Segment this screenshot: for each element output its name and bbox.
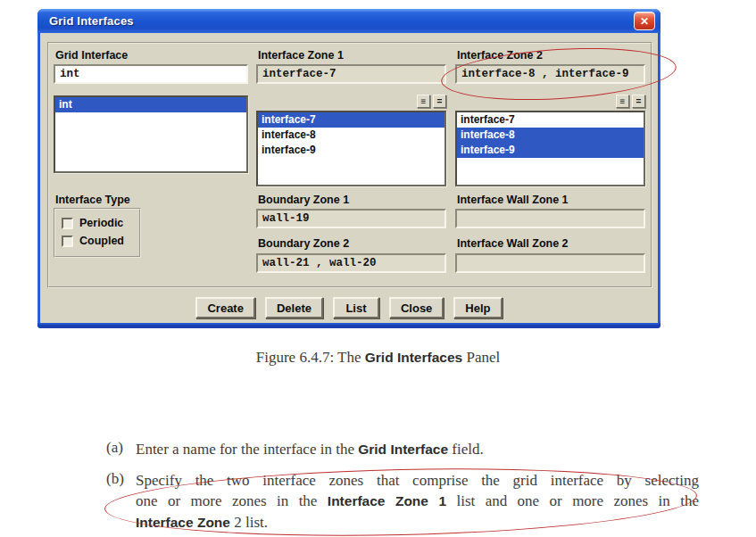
periodic-checkbox[interactable]: Periodic (62, 214, 139, 232)
periodic-label: Periodic (79, 217, 123, 229)
gui-term-interface-zone-1: Interface Zone 1 (328, 493, 446, 508)
step-text: list and one or more zones in the (446, 492, 699, 509)
grid-interfaces-dialog: Grid Interfaces ✕ Grid Interface int int… (37, 9, 660, 328)
document-page: Grid Interfaces ✕ Grid Interface int int… (0, 0, 756, 537)
interface-type-label: Interface Type (55, 194, 130, 206)
list-item[interactable]: int (55, 97, 246, 112)
interface-zone-1-list[interactable]: interface-7 interface-8 interface-9 (256, 111, 446, 186)
figure-caption: Figure 6.4.7: The Grid Interfaces Panel (0, 349, 756, 367)
step-text: one or more zones in the (136, 492, 328, 509)
step-text: Enter a name for the interface in the (136, 441, 358, 458)
list-item[interactable]: interface-8 (457, 128, 644, 143)
list-menu-icon[interactable]: ≡ (417, 95, 430, 108)
zone2-list-controls: ≡ = (455, 95, 645, 109)
step-text: field. (448, 441, 484, 458)
interface-wall-zone-1-value (455, 209, 645, 228)
step-b-line-1: Specify the two interface zones that com… (136, 470, 699, 492)
interface-wall-zone-2-label: Interface Wall Zone 2 (457, 237, 569, 250)
boundary-zone-1-label: Boundary Zone 1 (258, 194, 349, 206)
list-equals-icon[interactable]: = (632, 95, 645, 108)
list-menu-icon[interactable]: ≡ (616, 95, 629, 108)
step-a-marker: (a) (106, 439, 123, 457)
list-item[interactable]: interface-9 (258, 143, 444, 158)
interface-type-group: Periodic Coupled (54, 208, 141, 258)
delete-button[interactable]: Delete (265, 297, 323, 318)
interface-wall-zone-1-label: Interface Wall Zone 1 (457, 194, 569, 206)
list-item[interactable]: interface-8 (258, 128, 444, 143)
interface-zone-1-label: Interface Zone 1 (258, 49, 344, 62)
window-title: Grid Interfaces (49, 14, 134, 28)
list-item[interactable]: interface-7 (457, 112, 644, 128)
gui-term-interface-zone-2: Interface Zone (136, 515, 230, 530)
boundary-zone-2-label: Boundary Zone 2 (258, 237, 349, 250)
create-button[interactable]: Create (195, 297, 254, 318)
checkbox-icon[interactable] (62, 218, 73, 229)
step-b-line-3: Interface Zone 2 list. (136, 512, 699, 533)
close-button[interactable]: ✕ (634, 12, 655, 30)
step-a: (a) Enter a name for the interface in th… (106, 439, 699, 460)
step-b-marker: (b) (106, 470, 124, 488)
interface-zone-1-value: interface-7 (256, 64, 446, 84)
list-equals-icon[interactable]: = (433, 95, 446, 108)
step-b: (b) Specify the two interface zones that… (106, 470, 699, 533)
coupled-checkbox[interactable]: Coupled (62, 232, 139, 250)
titlebar[interactable]: Grid Interfaces ✕ (37, 9, 660, 33)
interface-zone-2-value: interface-8 , interface-9 (455, 64, 645, 84)
instructions: (a) Enter a name for the interface in th… (106, 439, 699, 533)
close-dialog-button[interactable]: Close (389, 297, 444, 318)
step-text: 2 list. (230, 514, 268, 531)
interface-zone-2-list[interactable]: interface-7 interface-8 interface-9 (455, 111, 645, 186)
grid-interface-label: Grid Interface (55, 49, 128, 62)
interface-zone-2-label: Interface Zone 2 (457, 49, 543, 62)
list-item[interactable]: interface-7 (258, 112, 444, 128)
step-b-line-2: one or more zones in the Interface Zone … (136, 491, 699, 512)
zone1-list-controls: ≡ = (256, 95, 446, 109)
step-a-text: Enter a name for the interface in the Gr… (136, 439, 699, 460)
caption-text: Figure 6.4.7: The (256, 349, 365, 366)
coupled-label: Coupled (79, 235, 124, 247)
checkbox-icon[interactable] (62, 235, 73, 247)
grid-interface-list[interactable]: int (54, 95, 248, 173)
boundary-zone-2-value: wall-21 , wall-20 (256, 253, 446, 273)
boundary-zone-1-value: wall-19 (256, 209, 446, 228)
close-icon: ✕ (640, 15, 649, 28)
help-button[interactable]: Help (453, 297, 502, 318)
interface-wall-zone-2-value (455, 253, 645, 273)
list-item[interactable]: interface-9 (457, 143, 644, 158)
caption-gui-term: Grid Interfaces (365, 350, 462, 365)
dialog-button-row: Create Delete List Close Help (40, 297, 658, 320)
list-button[interactable]: List (333, 297, 379, 318)
dialog-body: Grid Interface int int Interface Zone 1 … (40, 33, 658, 323)
caption-text: Panel (462, 349, 500, 366)
grid-interface-input[interactable]: int (54, 64, 248, 84)
gui-term-grid-interface: Grid Interface (358, 442, 448, 457)
